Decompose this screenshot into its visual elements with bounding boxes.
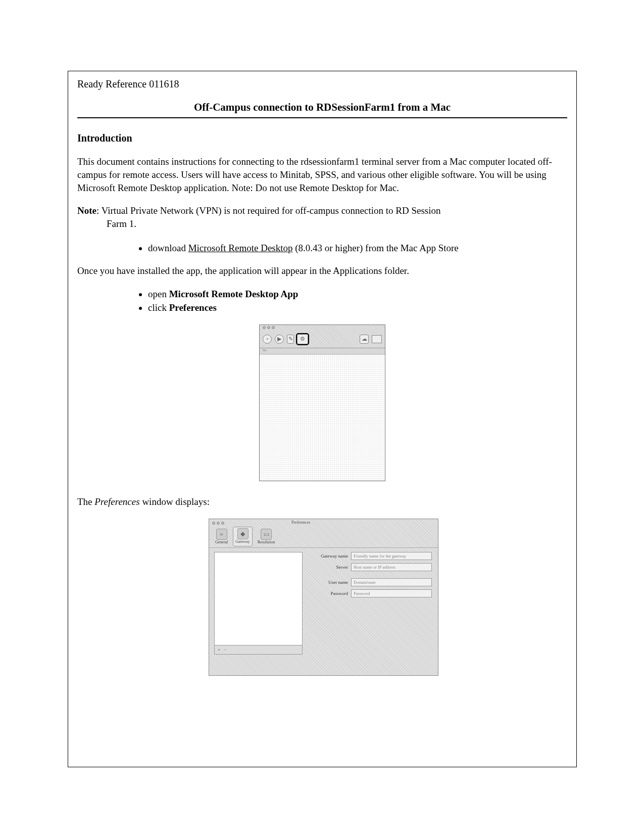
gateway-form: Gateway name Friendly name for the gatew… [303, 548, 438, 675]
rdp-subbar: No [260, 348, 385, 354]
gateway-list-footer: + − [214, 645, 303, 655]
download-pre: download [148, 243, 188, 253]
tab-gateway-label: Gateway [235, 539, 250, 545]
document-title: Off-Campus connection to RDSessionFarm1 … [77, 100, 567, 114]
tab-resolution-label: Resolution [258, 540, 275, 545]
download-bullet-list: download Microsoft Remote Desktop (8.0.4… [148, 242, 567, 255]
shield-icon: ◆ [237, 528, 249, 539]
zoom-icon[interactable] [221, 522, 224, 525]
introduction-heading: Introduction [77, 131, 567, 145]
prefs-post: window displays: [140, 496, 210, 507]
password-input[interactable]: Password [351, 589, 432, 597]
introduction-paragraph: This document contains instructions for … [77, 155, 567, 194]
gateway-name-input[interactable]: Friendly name for the gateway [351, 552, 432, 560]
prefs-sentence: The Preferences window displays: [77, 495, 567, 508]
prefs-pre: The [77, 496, 94, 507]
rdp-empty-list [260, 354, 385, 481]
close-icon[interactable] [263, 326, 266, 329]
rdp-toolbar: + ▶ ✎ ⚙ ☁ [260, 325, 385, 348]
traffic-lights [260, 325, 385, 330]
azure-icon[interactable] [372, 335, 382, 343]
click-prefs-bullet: click Preferences [148, 301, 567, 314]
click-pre: click [148, 302, 169, 313]
rdp-app-screenshot: + ▶ ✎ ⚙ ☁ No [259, 325, 385, 481]
prefs-window-title: Preferences [291, 520, 310, 526]
note-label: Note [77, 205, 96, 216]
new-icon[interactable]: + [263, 335, 272, 344]
open-pre: open [148, 289, 169, 299]
close-icon[interactable] [212, 522, 215, 525]
open-steps-list: open Microsoft Remote Desktop App click … [148, 288, 567, 314]
note-line2: Farm 1. [107, 217, 441, 230]
gateway-name-label: Gateway name [308, 553, 351, 559]
remote-resources-icon[interactable]: ☁ [360, 335, 369, 344]
add-gateway-button[interactable]: + [218, 646, 221, 654]
toolbar-buttons: + ▶ ✎ ⚙ ☁ [260, 330, 385, 348]
note-sep: : [96, 205, 102, 216]
password-label: Password [308, 590, 351, 596]
tab-gateway[interactable]: ◆ Gateway [233, 527, 252, 546]
username-label: User name [308, 579, 351, 585]
prefs-titlebar: Preferences [209, 519, 438, 527]
prefs-tabbar: ≡ General ◆ Gateway ▭ Resolution [209, 527, 438, 547]
tab-general-label: General [215, 540, 228, 545]
username-input[interactable]: Domain\user [351, 578, 432, 586]
start-icon[interactable]: ▶ [275, 335, 284, 344]
preferences-icon[interactable]: ⚙ [297, 334, 308, 344]
tab-general[interactable]: ≡ General [213, 528, 230, 546]
remove-gateway-button[interactable]: − [224, 646, 227, 654]
gateway-list[interactable] [214, 552, 303, 645]
note-block: Note: Virtual Private Network (VPN) is n… [77, 204, 567, 230]
minimize-icon[interactable] [267, 326, 270, 329]
sliders-icon: ≡ [216, 529, 227, 540]
preferences-screenshot: Preferences ≡ General ◆ Gateway ▭ Resolu… [209, 519, 438, 676]
prefs-body: + − Gateway name Friendly name for the g… [209, 548, 438, 675]
title-underline [77, 117, 567, 118]
monitor-icon: ▭ [261, 529, 272, 540]
server-input[interactable]: Host name or IP address [351, 563, 432, 571]
edit-icon[interactable]: ✎ [287, 335, 294, 344]
tab-resolution[interactable]: ▭ Resolution [256, 528, 277, 546]
minimize-icon[interactable] [217, 522, 220, 525]
note-line1: Virtual Private Network (VPN) is not req… [102, 205, 441, 216]
zoom-icon[interactable] [272, 326, 275, 329]
click-target: Preferences [169, 302, 217, 313]
microsoft-remote-desktop-link[interactable]: Microsoft Remote Desktop [188, 243, 293, 253]
prefs-em: Preferences [94, 496, 139, 507]
gateway-list-panel: + − [214, 552, 303, 675]
open-app-bullet: open Microsoft Remote Desktop App [148, 288, 567, 301]
download-bullet: download Microsoft Remote Desktop (8.0.4… [148, 242, 567, 255]
download-post: (8.0.43 or higher) from the Mac App Stor… [293, 243, 459, 253]
after-install-paragraph: Once you have installed the app, the app… [77, 264, 567, 277]
server-label: Server [308, 564, 351, 570]
ready-reference-id: Ready Reference 011618 [77, 77, 567, 91]
document-frame: Ready Reference 011618 Off-Campus connec… [68, 71, 577, 767]
open-app-name: Microsoft Remote Desktop App [169, 289, 299, 299]
